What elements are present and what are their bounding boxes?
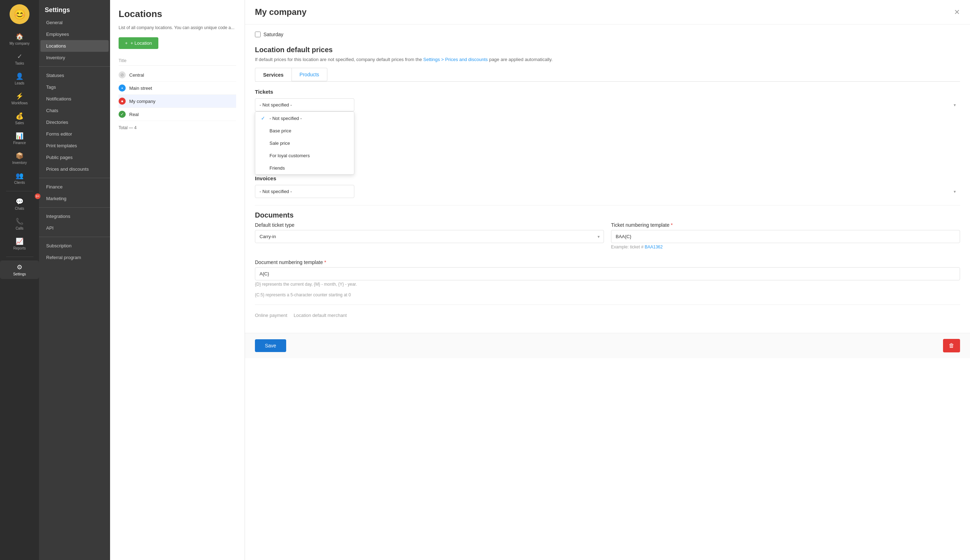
prices-discounts-link[interactable]: Settings > Prices and discounts bbox=[423, 57, 488, 62]
default-prices-description: If default prices for this location are … bbox=[255, 57, 960, 62]
location-row[interactable]: ▪ Main street bbox=[119, 82, 236, 95]
chat-badge: 9+ bbox=[35, 193, 40, 199]
tickets-dropdown-menu: ✓ - Not specified - Base price Sale pric… bbox=[255, 112, 354, 175]
sidebar-item-prices-discounts[interactable]: Prices and discounts bbox=[40, 163, 109, 175]
sidebar-item-referral[interactable]: Referral program bbox=[40, 252, 109, 263]
save-button[interactable]: Save bbox=[255, 339, 286, 352]
location-name-main-street: Main street bbox=[129, 85, 152, 91]
home-icon: 🏠 bbox=[16, 33, 23, 40]
ticket-numbering-example-link[interactable]: BAA1362 bbox=[645, 245, 663, 250]
sidebar-item-marketing[interactable]: Marketing bbox=[40, 193, 109, 204]
tickets-label: Tickets bbox=[255, 89, 960, 95]
invoices-dropdown[interactable]: - Not specified - bbox=[255, 185, 354, 198]
sidebar-item-my-company[interactable]: 🏠 My company bbox=[0, 30, 39, 48]
location-row[interactable]: ⊘ Central bbox=[119, 68, 236, 82]
dropdown-option-loyal-customers[interactable]: For loyal customers bbox=[255, 149, 354, 162]
location-row[interactable]: ● My company bbox=[119, 95, 236, 108]
default-prices-section: Location default prices If default price… bbox=[255, 46, 960, 198]
settings-sidebar: Settings General Employees Locations Inv… bbox=[39, 0, 110, 560]
default-ticket-type-field: Default ticket type Carry-in ▾ bbox=[255, 222, 604, 255]
sidebar-item-settings[interactable]: ⚙ Settings bbox=[0, 260, 39, 279]
ticket-numbering-input[interactable] bbox=[611, 230, 960, 243]
default-ticket-type-dropdown-wrapper: Carry-in ▾ bbox=[255, 230, 604, 243]
sidebar-item-general[interactable]: General bbox=[40, 17, 109, 28]
my-company-panel: My company ✕ Saturday Location default p… bbox=[245, 0, 970, 560]
sidebar-title: Settings bbox=[39, 3, 110, 17]
settings-icon: ⚙ bbox=[17, 263, 22, 271]
location-total: Total — 4 bbox=[119, 125, 236, 130]
sidebar-item-print-templates[interactable]: Print templates bbox=[40, 140, 109, 152]
dropdown-option-sale-price[interactable]: Sale price bbox=[255, 137, 354, 149]
chevron-down-icon: ▾ bbox=[954, 189, 956, 194]
sidebar-item-chats[interactable]: Chats bbox=[40, 105, 109, 117]
sidebar-item-sales[interactable]: 💰 Sales bbox=[0, 109, 39, 128]
default-ticket-type-dropdown[interactable]: Carry-in bbox=[255, 230, 604, 243]
location-icon-main-street: ▪ bbox=[119, 85, 126, 92]
sidebar-item-calls[interactable]: 📞 Calls bbox=[0, 215, 39, 233]
leads-icon: 👤 bbox=[16, 72, 23, 80]
sidebar-item-chats[interactable]: 💬 9+ Chats bbox=[0, 195, 39, 213]
more-content-placeholder: Online payment Location default merchant bbox=[255, 305, 960, 326]
sidebar-item-tags[interactable]: Tags bbox=[40, 81, 109, 93]
tickets-dropdown[interactable]: - Not specified - bbox=[255, 98, 354, 112]
sidebar-item-workflows[interactable]: ⚡ Workflows bbox=[0, 90, 39, 108]
finance-icon: 📊 bbox=[16, 132, 23, 140]
invoices-section: Invoices - Not specified - ▾ bbox=[255, 175, 960, 198]
location-row[interactable]: ✓ Real bbox=[119, 108, 236, 121]
checkmark-icon: ✓ bbox=[261, 115, 267, 121]
tasks-icon: ✓ bbox=[17, 53, 22, 60]
location-icon-my-company: ● bbox=[119, 98, 126, 105]
tickets-dropdown-wrapper: - Not specified - ▾ ✓ - Not specified - bbox=[255, 98, 960, 112]
sidebar-item-directories[interactable]: Directories bbox=[40, 117, 109, 128]
tab-services[interactable]: Services bbox=[255, 68, 292, 81]
sidebar-item-employees[interactable]: Employees bbox=[40, 28, 109, 40]
tab-products[interactable]: Products bbox=[292, 68, 327, 81]
locations-title: Locations bbox=[119, 8, 236, 20]
locations-panel: Locations List of all company locations.… bbox=[110, 0, 245, 560]
location-icon-real: ✓ bbox=[119, 111, 126, 118]
sidebar-item-locations[interactable]: Locations bbox=[40, 40, 109, 52]
required-star: * bbox=[671, 222, 673, 228]
sidebar-item-public-pages[interactable]: Public pages bbox=[40, 152, 109, 163]
plus-icon: + bbox=[125, 40, 128, 46]
sidebar-item-forms-editor[interactable]: Forms editor bbox=[40, 128, 109, 140]
sidebar-item-clients[interactable]: 👥 Clients bbox=[0, 169, 39, 187]
dropdown-option-base-price[interactable]: Base price bbox=[255, 125, 354, 137]
add-location-button[interactable]: + + Location bbox=[119, 37, 159, 49]
delete-button[interactable]: 🗑 bbox=[943, 339, 960, 352]
sidebar-item-integrations[interactable]: Integrations bbox=[40, 210, 109, 222]
sidebar-item-tasks[interactable]: ✓ Tasks bbox=[0, 50, 39, 68]
document-numbering-hint-2: {C:5} represents a 5-character counter s… bbox=[255, 292, 960, 297]
close-button[interactable]: ✕ bbox=[954, 8, 960, 16]
saturday-checkbox[interactable] bbox=[255, 32, 260, 37]
sidebar-item-api[interactable]: API bbox=[40, 222, 109, 234]
required-star-doc: * bbox=[324, 259, 326, 265]
sidebar-item-finance[interactable]: 📊 Finance bbox=[0, 129, 39, 148]
location-table-header: Title bbox=[119, 56, 236, 66]
calls-icon: 📞 bbox=[16, 218, 23, 225]
default-prices-title: Location default prices bbox=[255, 46, 960, 54]
panel-header: My company ✕ bbox=[245, 0, 970, 25]
documents-section: Documents Default ticket type Carry-in ▾ bbox=[255, 211, 960, 297]
dropdown-option-friends[interactable]: Friends bbox=[255, 162, 354, 174]
sidebar-item-finance[interactable]: Finance bbox=[40, 181, 109, 193]
sidebar-item-notifications[interactable]: Notifications bbox=[40, 93, 109, 105]
sidebar-item-reports[interactable]: 📈 Reports bbox=[0, 235, 39, 253]
main-content: Locations List of all company locations.… bbox=[110, 0, 970, 560]
dropdown-option-not-specified[interactable]: ✓ - Not specified - bbox=[255, 112, 354, 125]
ticket-numbering-field: Ticket numbering template * Example: tic… bbox=[611, 222, 960, 255]
sidebar-item-inventory[interactable]: 📦 Inventory bbox=[0, 149, 39, 168]
clients-icon: 👥 bbox=[16, 172, 23, 180]
invoices-label: Invoices bbox=[255, 175, 960, 181]
location-name-real: Real bbox=[129, 112, 139, 117]
sidebar-item-subscription[interactable]: Subscription bbox=[40, 240, 109, 252]
user-avatar[interactable]: 😊 bbox=[10, 4, 30, 24]
sidebar-item-leads[interactable]: 👤 Leads bbox=[0, 70, 39, 88]
panel-title: My company bbox=[255, 7, 306, 17]
sidebar-item-inventory[interactable]: Inventory bbox=[40, 52, 109, 63]
sidebar-item-statuses[interactable]: Statuses bbox=[40, 70, 109, 81]
panel-body: Saturday Location default prices If defa… bbox=[245, 25, 970, 333]
document-numbering-input[interactable] bbox=[255, 267, 960, 280]
document-numbering-label: Document numbering template * bbox=[255, 259, 960, 265]
workflows-icon: ⚡ bbox=[16, 92, 23, 100]
